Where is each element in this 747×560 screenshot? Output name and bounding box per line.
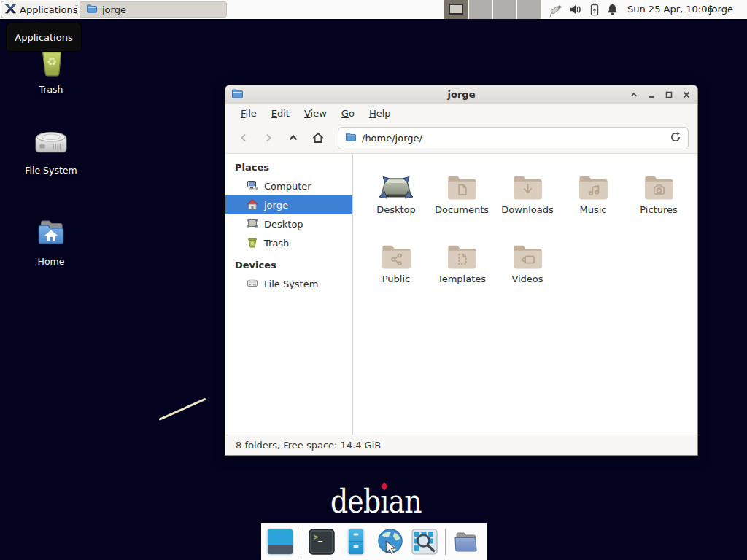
close-button[interactable] bbox=[681, 89, 692, 100]
file-public[interactable]: Public bbox=[363, 235, 429, 304]
shade-button[interactable] bbox=[628, 89, 639, 100]
applications-tooltip: Applications bbox=[6, 23, 82, 52]
minimize-button[interactable] bbox=[646, 89, 657, 100]
file-pictures[interactable]: Pictures bbox=[626, 166, 692, 235]
applications-label: Applications bbox=[20, 4, 77, 15]
panel-clock[interactable]: Sun 25 Apr, 10:06 bbox=[627, 0, 713, 19]
workspace-2[interactable] bbox=[468, 0, 492, 19]
file-videos[interactable]: Videos bbox=[495, 235, 560, 304]
top-panel: Applications jorge bbox=[0, 0, 747, 19]
folder-pictures-icon bbox=[642, 166, 676, 202]
menubar: File Edit View Go Help bbox=[225, 104, 697, 122]
desktop-special-icon bbox=[378, 166, 414, 202]
sidebar-item-filesystem[interactable]: File System bbox=[225, 274, 352, 293]
folder-music-icon bbox=[576, 166, 611, 202]
trash-small-icon: ♻ bbox=[247, 236, 258, 250]
menu-edit[interactable]: Edit bbox=[265, 106, 296, 121]
dock: > _ bbox=[261, 523, 487, 560]
workspace-window-miniature bbox=[449, 4, 463, 15]
file-downloads[interactable]: Downloads bbox=[495, 166, 560, 235]
svg-text:♻: ♻ bbox=[47, 55, 57, 69]
up-button[interactable] bbox=[284, 128, 303, 147]
toolbar: /home/jorge/ bbox=[225, 122, 697, 153]
menu-help[interactable]: Help bbox=[363, 106, 398, 121]
panel-handle[interactable] bbox=[74, 4, 79, 15]
taskbar-folder-icon bbox=[86, 4, 98, 16]
dock-folder-icon[interactable] bbox=[452, 527, 480, 556]
svg-text:♻: ♻ bbox=[250, 241, 254, 246]
logo-letter-i: ı bbox=[380, 482, 388, 521]
address-text: /home/jorge/ bbox=[362, 133, 422, 144]
folder-downloads-icon bbox=[511, 166, 545, 202]
window-title: jorge bbox=[225, 89, 697, 100]
sidebar-item-jorge[interactable]: jorge bbox=[225, 195, 352, 214]
sidebar-item-computer[interactable]: Computer bbox=[225, 176, 352, 195]
drive-small-icon bbox=[247, 277, 258, 291]
workspace-3[interactable] bbox=[492, 0, 516, 19]
window-titlebar[interactable]: jorge bbox=[225, 85, 697, 104]
sidebar: Places Computer bbox=[225, 154, 353, 435]
home-button[interactable] bbox=[309, 128, 328, 147]
web-browser-globe-icon[interactable] bbox=[376, 527, 404, 556]
workspace-switcher bbox=[444, 0, 541, 19]
home-icon bbox=[247, 198, 258, 212]
folder-public-icon bbox=[379, 235, 414, 271]
file-cabinet-icon[interactable] bbox=[342, 527, 370, 556]
sidebar-item-trash[interactable]: ♻ Trash bbox=[225, 233, 352, 252]
show-desktop-icon[interactable] bbox=[266, 527, 294, 556]
file-grid: Desktop Documents bbox=[353, 154, 697, 435]
file-desktop[interactable]: Desktop bbox=[363, 166, 429, 235]
file-manager-window: jorge File Edit View Go Help bbox=[225, 85, 698, 456]
statusbar: 8 folders, Free space: 14.4 GiB bbox=[225, 435, 697, 455]
wallpaper-line-artifact bbox=[158, 398, 206, 421]
folder-videos-icon bbox=[511, 235, 545, 271]
terminal-icon[interactable]: > _ bbox=[308, 527, 336, 556]
dock-separator bbox=[301, 529, 301, 555]
taskbar-button-label: jorge bbox=[102, 4, 126, 15]
xfce-x-icon bbox=[4, 3, 16, 17]
pathbar-folder-icon bbox=[345, 132, 357, 144]
address-bar[interactable]: /home/jorge/ bbox=[338, 127, 689, 149]
applications-menu-button[interactable]: Applications bbox=[1, 1, 83, 18]
desktop-icon bbox=[247, 217, 258, 231]
notification-bell-icon[interactable] bbox=[605, 2, 620, 17]
file-music[interactable]: Music bbox=[560, 166, 626, 235]
sidebar-places-header: Places bbox=[225, 159, 352, 176]
forward-button[interactable] bbox=[259, 128, 278, 147]
menu-go[interactable]: Go bbox=[335, 106, 361, 121]
reload-button[interactable] bbox=[670, 131, 681, 145]
desktop-icon-label: Home bbox=[38, 256, 65, 267]
svg-text:_: _ bbox=[318, 533, 323, 542]
computer-icon bbox=[247, 179, 258, 193]
battery-charging-icon[interactable] bbox=[588, 2, 603, 17]
menu-view[interactable]: View bbox=[298, 106, 333, 121]
menu-file[interactable]: File bbox=[234, 106, 263, 121]
taskbar-button-jorge[interactable]: jorge bbox=[80, 1, 227, 18]
logo-text-pre: deb bbox=[330, 482, 380, 521]
power-plug-icon[interactable] bbox=[548, 2, 562, 17]
file-templates[interactable]: Templates bbox=[429, 235, 495, 304]
file-documents[interactable]: Documents bbox=[429, 166, 495, 235]
desktop-icon-filesystem[interactable]: File System bbox=[15, 122, 88, 176]
panel-username[interactable]: jorge bbox=[709, 0, 733, 19]
debian-logo: debıan bbox=[330, 482, 422, 521]
desktop-icon-label: Trash bbox=[39, 84, 63, 95]
sidebar-devices-header: Devices bbox=[225, 252, 352, 274]
workspace-4[interactable] bbox=[516, 0, 541, 19]
dock-separator bbox=[445, 529, 446, 555]
maximize-button[interactable] bbox=[663, 89, 674, 100]
back-button[interactable] bbox=[234, 128, 253, 147]
sidebar-item-desktop[interactable]: Desktop bbox=[225, 214, 352, 233]
desktop-icon-label: File System bbox=[25, 165, 77, 176]
volume-icon[interactable] bbox=[568, 2, 583, 17]
hard-drive-icon bbox=[33, 122, 69, 160]
folder-documents-icon bbox=[445, 166, 479, 202]
app-finder-icon[interactable] bbox=[411, 527, 438, 556]
desktop-icon-home[interactable]: Home bbox=[15, 213, 88, 267]
folder-templates-icon bbox=[445, 235, 479, 271]
workspace-1[interactable] bbox=[444, 0, 468, 19]
home-folder-icon bbox=[33, 213, 69, 252]
logo-text-post: an bbox=[389, 482, 422, 521]
